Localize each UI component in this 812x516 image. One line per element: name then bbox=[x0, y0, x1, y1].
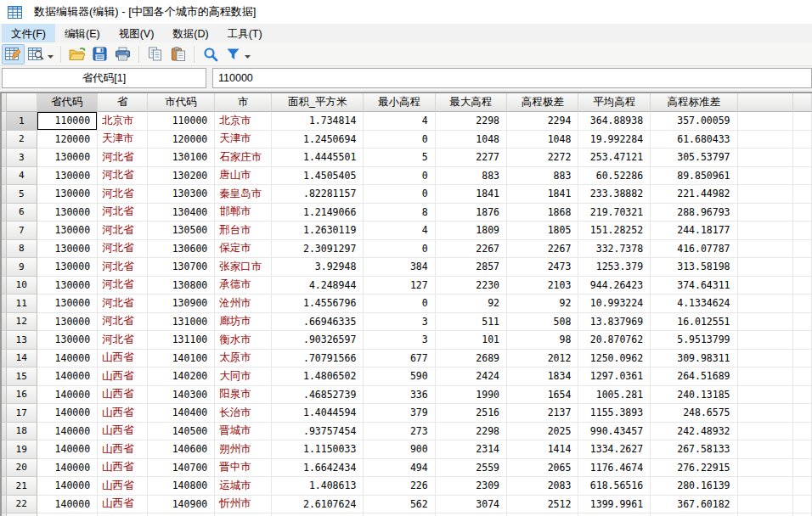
cell-平均高程[interactable]: 1253.379 bbox=[578, 258, 651, 277]
cell-市[interactable]: 长治市 bbox=[215, 404, 272, 423]
empty-cell[interactable] bbox=[793, 131, 812, 149]
cell-最大高程[interactable]: 1841 bbox=[436, 185, 507, 204]
cell-省[interactable]: 山西省 bbox=[98, 404, 148, 423]
row-number[interactable]: 18 bbox=[7, 423, 37, 441]
empty-cell[interactable] bbox=[793, 459, 812, 478]
cell-高程标准差[interactable]: 313.58198 bbox=[651, 258, 737, 277]
cell-高程极差[interactable]: 2512 bbox=[507, 496, 578, 514]
cell-面积_平方米[interactable]: 1.4044594 bbox=[272, 404, 364, 423]
column-header-市[interactable]: 市 bbox=[215, 93, 272, 112]
cell-平均高程[interactable]: 1334.2627 bbox=[578, 440, 651, 459]
cell-面积_平方米[interactable]: .70791566 bbox=[272, 350, 364, 368]
row-number[interactable]: 8 bbox=[7, 240, 37, 259]
cell-省[interactable]: 河北省 bbox=[98, 240, 148, 259]
cell-省[interactable]: 河北省 bbox=[98, 222, 148, 240]
empty-cell[interactable] bbox=[793, 423, 812, 441]
cell-高程标准差[interactable]: 309.98311 bbox=[651, 350, 737, 368]
cell-面积_平方米[interactable]: 4.248944 bbox=[272, 277, 364, 295]
cell-最大高程[interactable]: 1990 bbox=[436, 386, 507, 405]
cell-最小高程[interactable]: 590 bbox=[364, 367, 435, 386]
cell-省代码[interactable]: 140000 bbox=[37, 386, 99, 405]
cell-最小高程[interactable]: 0 bbox=[364, 240, 435, 259]
cell-高程标准差[interactable]: 248.6575 bbox=[651, 404, 737, 423]
cell-省[interactable]: 河北省 bbox=[98, 149, 148, 167]
data-editor-button[interactable] bbox=[2, 44, 25, 64]
cell-高程标准差[interactable]: 367.60182 bbox=[651, 496, 737, 514]
cell-省代码[interactable]: 140000 bbox=[37, 367, 99, 386]
cell-市[interactable]: 大同市 bbox=[215, 367, 272, 386]
cell-value-input[interactable]: 110000 bbox=[212, 68, 812, 88]
cell-平均高程[interactable]: 19.992284 bbox=[578, 131, 651, 149]
cell-平均高程[interactable]: 20.870762 bbox=[578, 331, 651, 350]
cell-高程标准差[interactable]: 240.13185 bbox=[651, 386, 737, 405]
cell-市代码[interactable]: 120000 bbox=[148, 131, 215, 149]
cell-最大高程[interactable]: 101 bbox=[436, 331, 507, 350]
cell-高程标准差[interactable]: 5.9513799 bbox=[651, 331, 737, 350]
row-number[interactable]: 19 bbox=[7, 440, 37, 459]
cell-高程标准差[interactable]: 4.1334624 bbox=[651, 294, 737, 313]
cell-省代码[interactable]: 130000 bbox=[37, 149, 99, 167]
empty-cell[interactable] bbox=[738, 331, 794, 350]
cell-面积_平方米[interactable]: 1.4556796 bbox=[272, 294, 364, 313]
empty-cell[interactable] bbox=[793, 258, 812, 277]
cell-最小高程[interactable]: 562 bbox=[364, 496, 435, 514]
cell-省代码[interactable]: 120000 bbox=[37, 131, 99, 149]
row-number[interactable]: 20 bbox=[7, 459, 37, 478]
column-header-平均高程[interactable]: 平均高程 bbox=[578, 93, 651, 112]
cell-省代码[interactable]: 140000 bbox=[37, 459, 99, 478]
cell-市代码[interactable]: 140300 bbox=[148, 386, 215, 405]
cell-高程标准差[interactable]: 357.00059 bbox=[651, 112, 737, 131]
cell-平均高程[interactable]: 1399.9961 bbox=[578, 496, 651, 514]
cell-最大高程[interactable]: 2298 bbox=[436, 112, 507, 131]
column-header-省代码[interactable]: 省代码 bbox=[37, 93, 99, 112]
cell-最大高程[interactable]: 2314 bbox=[436, 440, 507, 459]
cell-高程极差[interactable]: 98 bbox=[507, 331, 578, 350]
cell-省代码[interactable]: 130000 bbox=[37, 258, 99, 277]
cell-市[interactable]: 太原市 bbox=[215, 350, 272, 368]
cell-最小高程[interactable]: 336 bbox=[364, 386, 435, 405]
cell-市代码[interactable]: 130500 bbox=[148, 222, 215, 240]
cell-最小高程[interactable]: 0 bbox=[364, 167, 435, 186]
column-header-高程标准差[interactable]: 高程标准差 bbox=[651, 93, 737, 112]
cell-最大高程[interactable]: 2559 bbox=[436, 459, 507, 478]
data-browse-button[interactable] bbox=[25, 44, 48, 64]
cell-省[interactable]: 山西省 bbox=[98, 459, 148, 478]
cell-高程极差[interactable]: 2473 bbox=[507, 258, 578, 277]
empty-cell[interactable] bbox=[793, 240, 812, 259]
row-number[interactable]: 9 bbox=[7, 258, 37, 277]
cell-高程极差[interactable]: 1654 bbox=[507, 386, 578, 405]
cell-高程标准差[interactable]: 242.48932 bbox=[651, 423, 737, 441]
cell-市[interactable]: 晋城市 bbox=[215, 423, 272, 441]
cell-最大高程[interactable]: 1809 bbox=[436, 222, 507, 240]
find-button[interactable] bbox=[199, 44, 222, 64]
empty-cell[interactable] bbox=[793, 294, 812, 313]
empty-cell[interactable] bbox=[738, 350, 794, 368]
empty-cell[interactable] bbox=[793, 167, 812, 186]
empty-cell[interactable] bbox=[793, 367, 812, 386]
cell-平均高程[interactable]: 60.52286 bbox=[578, 167, 651, 186]
cell-面积_平方米[interactable]: .46852739 bbox=[272, 386, 364, 405]
row-number[interactable]: 7 bbox=[7, 222, 37, 240]
empty-cell[interactable] bbox=[738, 404, 794, 423]
cell-最小高程[interactable]: 0 bbox=[364, 131, 435, 149]
cell-市[interactable]: 忻州市 bbox=[215, 496, 272, 514]
cell-最大高程[interactable]: 2689 bbox=[436, 350, 507, 368]
menu-item-file[interactable]: 文件(F) bbox=[2, 24, 55, 42]
empty-cell[interactable] bbox=[738, 149, 794, 167]
row-number[interactable]: 2 bbox=[7, 131, 37, 149]
cell-高程标准差[interactable]: 16.012551 bbox=[651, 313, 737, 332]
row-number[interactable]: 11 bbox=[7, 294, 37, 313]
cell-市代码[interactable]: 130100 bbox=[148, 149, 215, 167]
empty-cell[interactable] bbox=[793, 477, 812, 496]
cell-面积_平方米[interactable]: 1.1150033 bbox=[272, 440, 364, 459]
cell-市[interactable]: 天津市 bbox=[215, 131, 272, 149]
cell-省代码[interactable]: 130000 bbox=[37, 185, 99, 204]
cell-面积_平方米[interactable]: 1.4445501 bbox=[272, 149, 364, 167]
cell-高程极差[interactable]: 508 bbox=[507, 313, 578, 332]
cell-省[interactable]: 山西省 bbox=[98, 423, 148, 441]
cell-高程标准差[interactable]: 280.16139 bbox=[651, 477, 737, 496]
cell-市代码[interactable]: 140900 bbox=[148, 496, 215, 514]
cell-面积_平方米[interactable]: 1.2630119 bbox=[272, 222, 364, 240]
cell-面积_平方米[interactable]: 1.2450694 bbox=[272, 131, 364, 149]
cell-省代码[interactable]: 140000 bbox=[37, 423, 99, 441]
